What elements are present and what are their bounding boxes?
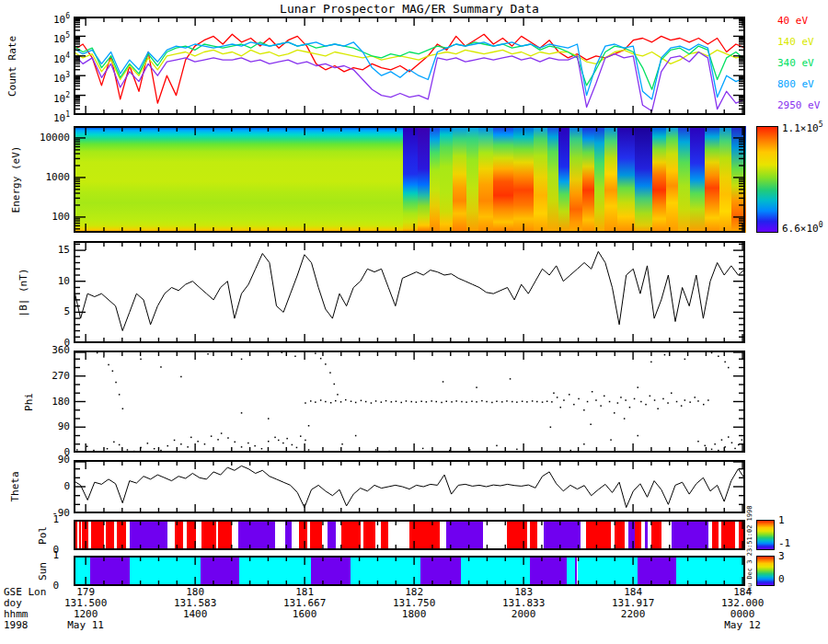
count_rate-ytick-label: 106 [0,10,70,27]
bmag-ytick-label: 5 [0,305,70,318]
panel-sun [74,556,745,586]
legend-item: 40 eV [777,15,808,27]
phi-ytick-label: 180 [0,396,70,408]
ylabel-sun: Sun [37,562,49,581]
count_rate-ytick-label: 103 [0,69,70,86]
count_rate-ytick-label: 104 [0,50,70,66]
count_rate-ytick-label: 105 [0,29,70,46]
pol-colorbar-min-label: -1 [778,537,790,549]
spectrogram-ytick-label: 100 [0,211,70,224]
x-tick-value: 1800 [402,608,427,620]
phi-ytick-label: 270 [0,370,70,383]
count_rate-ytick-label: 101 [0,109,70,125]
x-tick-value: 2000 [512,608,536,620]
x-tick-value: May 12 [724,619,761,631]
x-tick-value: 1400 [183,608,208,620]
legend-item: 340 eV [777,57,814,69]
sun-colorbar [756,556,775,586]
sun-ytick-label: 1 [0,549,59,562]
panel-count-rate [74,17,745,115]
panel-magnetic-field [74,241,745,343]
panel-energy-spectrogram [74,126,745,233]
legend-item: 140 eV [777,36,814,48]
lunar-prospector-summary-plot: Lunar Prospector MAG/ER Summary Data Cou… [0,0,828,644]
colorbar-max-label: 1.1×105 [782,121,823,134]
sun-colorbar-max-label: 3 [778,550,785,562]
x-tick-value: May 11 [67,619,104,631]
legend-item: 800 eV [777,78,814,90]
theta-ytick-label: 0 [0,480,70,493]
sun-colorbar-min-label: 0 [778,573,785,585]
pol-colorbar-max-label: 1 [778,514,785,526]
bmag-ytick-label: 15 [0,244,70,257]
count_rate-ytick-label: 102 [0,89,70,106]
spectrogram-ytick-label: 1000 [0,171,70,184]
spectrogram-colorbar [756,126,778,233]
x-tick-value: 2200 [621,608,646,620]
panel-pol [74,520,745,550]
theta-ytick-label: 90 [0,454,70,466]
ylabel-pol: Pol [37,526,49,545]
phi-ytick-label: 360 [0,344,70,357]
pol-ytick-label: 1 [0,513,59,526]
axis-row-label: 1998 [4,619,29,631]
pol-colorbar [756,520,775,550]
bmag-ytick-label: 10 [0,275,70,288]
x-tick-value: 1600 [293,608,317,620]
phi-ytick-label: 90 [0,420,70,433]
creation-timestamp: Thu Dec 3 23:51:02 1998 [746,506,753,595]
panel-theta [74,460,745,513]
spectrogram-ytick-label: 10000 [0,132,70,144]
panel-phi [74,351,745,453]
page-title: Lunar Prospector MAG/ER Summary Data [280,2,539,16]
colorbar-min-label: 6.6×100 [782,221,823,235]
legend-item: 2950 eV [777,99,820,111]
